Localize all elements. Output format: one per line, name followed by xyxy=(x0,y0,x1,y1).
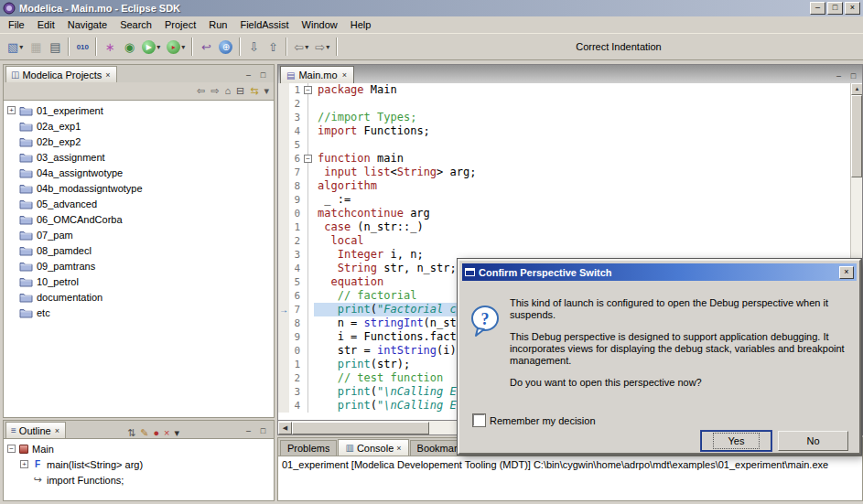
project-item-02a_exp1[interactable]: 02a_exp1 xyxy=(4,118,274,134)
menu-fieldassist[interactable]: FieldAssist xyxy=(233,17,295,32)
annotation-ruler[interactable] xyxy=(278,179,289,193)
expander-icon[interactable]: − xyxy=(7,445,16,453)
annotation-ruler[interactable] xyxy=(278,97,289,111)
code-text[interactable]: import Functions; xyxy=(314,124,850,138)
code-line[interactable]: 3//import Types; xyxy=(278,111,850,124)
code-line[interactable]: 1−package Main xyxy=(278,83,850,97)
annotation-ruler[interactable] xyxy=(278,358,289,371)
project-item-02b_exp2[interactable]: 02b_exp2 xyxy=(4,134,274,149)
project-item-06_OMCAndCorba[interactable]: 06_OMCAndCorba xyxy=(4,211,274,227)
close-icon[interactable]: × xyxy=(54,426,60,435)
minimize-icon[interactable]: – xyxy=(810,2,825,15)
editor-tab-main-mo[interactable]: ▤ Main.mo × xyxy=(280,66,354,83)
scroll-up-icon[interactable]: ▲ xyxy=(851,83,863,95)
external-tools-icon[interactable]: ▸▾ xyxy=(164,37,188,57)
annotation-ruler[interactable] xyxy=(278,234,289,248)
annotation-ruler[interactable] xyxy=(278,385,289,399)
hide-nonpublic-icon[interactable]: × xyxy=(164,428,169,438)
outline-view-tab[interactable]: ≡ Outline × xyxy=(5,422,66,438)
code-line[interactable]: 8algorithm xyxy=(278,179,850,193)
outline-item-package[interactable]: −Main xyxy=(4,441,274,456)
annotation-ruler[interactable] xyxy=(278,344,289,358)
scroll-left-icon[interactable]: ◀ xyxy=(278,422,292,434)
last-edit-location-icon[interactable]: ↩ xyxy=(197,37,215,57)
previous-annotation-icon[interactable]: ⇧ xyxy=(264,37,282,57)
code-line[interactable]: 2 local xyxy=(278,234,850,248)
menu-search[interactable]: Search xyxy=(113,17,158,32)
dropdown-arrow-icon[interactable]: ▾ xyxy=(156,43,160,51)
annotation-ruler[interactable] xyxy=(278,83,289,97)
annotation-ruler[interactable] xyxy=(278,248,289,262)
fold-collapse-icon[interactable]: − xyxy=(304,155,312,163)
code-line[interactable]: 7 input list<String> arg; xyxy=(278,166,850,179)
annotation-ruler[interactable] xyxy=(278,193,289,207)
code-text[interactable] xyxy=(314,97,850,111)
code-text[interactable]: package Main xyxy=(314,83,850,97)
save-icon[interactable]: ▦ xyxy=(27,37,45,57)
project-item-01_experiment[interactable]: +01_experiment xyxy=(4,102,274,118)
close-icon[interactable]: × xyxy=(104,70,111,80)
minimize-view-icon[interactable]: – xyxy=(243,70,254,80)
dropdown-arrow-icon[interactable]: ▾ xyxy=(326,43,329,51)
outline-item-import[interactable]: ↪import Functions; xyxy=(4,472,274,488)
expander-icon[interactable]: + xyxy=(7,106,16,114)
annotation-ruler[interactable] xyxy=(278,124,289,138)
code-line[interactable]: 4import Functions; xyxy=(278,124,850,138)
code-text[interactable]: input list<String> arg; xyxy=(314,166,850,179)
annotation-ruler[interactable] xyxy=(278,207,289,220)
back-icon[interactable]: ⇦ xyxy=(197,86,205,96)
annotation-ruler[interactable] xyxy=(278,330,289,344)
project-item-etc[interactable]: etc xyxy=(4,305,274,320)
tab-problems[interactable]: Problems xyxy=(280,440,337,456)
yes-button[interactable]: Yes xyxy=(701,431,771,451)
annotation-ruler[interactable] xyxy=(278,275,289,289)
scrollbar-thumb[interactable] xyxy=(851,95,862,177)
code-text[interactable]: case (n_str::_) xyxy=(314,220,850,234)
expander-icon[interactable]: + xyxy=(20,460,28,468)
remember-decision-checkbox[interactable] xyxy=(473,414,485,426)
projects-view-tab[interactable]: ◫ Modelica Projects × xyxy=(5,66,117,82)
annotation-ruler[interactable] xyxy=(278,152,289,166)
maximize-view-icon[interactable]: □ xyxy=(257,426,269,435)
annotation-ruler[interactable] xyxy=(278,166,289,179)
code-text[interactable]: function main xyxy=(314,152,850,166)
scrollbar-thumb[interactable] xyxy=(292,422,429,434)
filter-fields-icon[interactable]: ✎ xyxy=(140,428,148,438)
annotation-ruler[interactable] xyxy=(278,399,289,413)
project-item-04b_modassigntwotype[interactable]: 04b_modassigntwotype xyxy=(4,180,274,196)
annotation-ruler[interactable] xyxy=(278,262,289,275)
code-line[interactable]: 6−function main xyxy=(278,152,850,166)
link-with-editor-icon[interactable]: ⇆ xyxy=(250,86,258,96)
project-item-10_petrol[interactable]: 10_petrol xyxy=(4,273,274,289)
menu-edit[interactable]: Edit xyxy=(31,17,61,32)
maximize-view-icon[interactable]: □ xyxy=(847,71,859,80)
sort-icon[interactable]: ⇅ xyxy=(127,428,135,438)
view-menu-icon[interactable]: ▾ xyxy=(174,428,179,438)
annotation-ruler[interactable] xyxy=(278,371,289,385)
minimize-view-icon[interactable]: – xyxy=(243,426,254,435)
code-text[interactable] xyxy=(314,138,850,152)
menu-navigate[interactable]: Navigate xyxy=(61,17,113,32)
collapse-all-icon[interactable]: ⊟ xyxy=(236,86,244,96)
outline-item-function[interactable]: +Fmain(list<String> arg) xyxy=(4,456,274,472)
remember-decision-row[interactable]: Remember my decision xyxy=(473,414,596,426)
annotation-ruler[interactable] xyxy=(278,111,289,124)
minimize-view-icon[interactable]: – xyxy=(833,71,845,80)
dropdown-arrow-icon[interactable]: ▾ xyxy=(305,43,308,51)
menu-run[interactable]: Run xyxy=(202,17,233,32)
code-text[interactable]: //import Types; xyxy=(314,111,850,124)
dropdown-arrow-icon[interactable]: ▾ xyxy=(19,43,23,51)
code-line[interactable]: 0matchcontinue arg xyxy=(278,207,850,220)
dialog-close-icon[interactable]: × xyxy=(839,266,854,279)
run-icon[interactable]: ▶▾ xyxy=(139,37,163,57)
console-output[interactable]: 01_experiment [Modelica Developement Too… xyxy=(277,456,863,501)
close-icon[interactable]: × xyxy=(341,70,348,80)
project-item-07_pam[interactable]: 07_pam xyxy=(4,227,274,242)
close-icon[interactable]: × xyxy=(845,2,860,15)
back-icon[interactable]: ⇦▾ xyxy=(291,37,311,57)
debug-icon[interactable]: ◉ xyxy=(120,37,138,57)
menu-project[interactable]: Project xyxy=(158,17,202,32)
view-menu-icon[interactable]: ▾ xyxy=(264,86,269,96)
forward-icon[interactable]: ⇨▾ xyxy=(312,37,332,57)
project-item-05_advanced[interactable]: 05_advanced xyxy=(4,196,274,211)
